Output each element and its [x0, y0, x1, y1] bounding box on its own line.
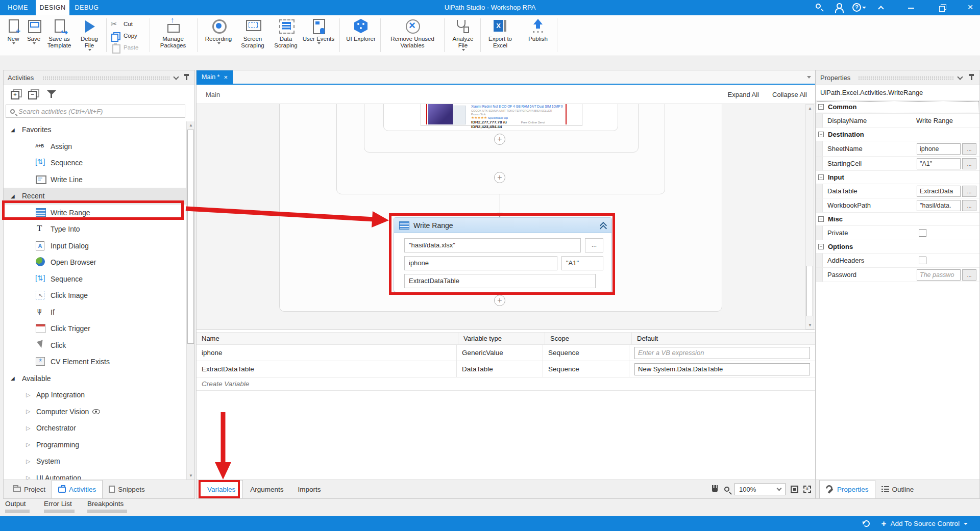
collapse-section-icon[interactable]: − [818, 216, 824, 222]
scrollbar-thumb[interactable] [187, 130, 194, 344]
section-destination[interactable]: − Destination [816, 128, 979, 141]
workflow-canvas[interactable]: Xiaomi Redmi Not 8 CO OF 4 GB RAM 64/7 D… [197, 104, 815, 330]
save-button[interactable]: Save [23, 16, 44, 55]
tree-item-click-trigger[interactable]: Click Trigger [4, 320, 186, 337]
variable-name[interactable]: iphone [197, 345, 457, 361]
document-tab-main[interactable]: Main * × [197, 70, 233, 84]
collapsed-expander-icon[interactable] [26, 425, 32, 432]
collapsed-expander-icon[interactable] [26, 392, 32, 398]
property-row-private[interactable]: Private [816, 226, 979, 240]
property-input[interactable]: "A1" [917, 158, 961, 169]
save-as-template-button[interactable]: Save as Template [44, 16, 75, 55]
canvas-scrollbar[interactable]: ▲ ▼ [805, 104, 814, 330]
variable-type[interactable]: DataTable [457, 361, 543, 377]
add-activity-button[interactable]: + [494, 172, 505, 183]
property-row-startingcell[interactable]: StartingCell "A1" ... [816, 157, 979, 171]
tree-group-recent[interactable]: Recent [4, 188, 186, 205]
tree-item-click[interactable]: Click [4, 337, 186, 354]
scroll-up-icon[interactable]: ▲ [806, 105, 814, 112]
property-input[interactable]: iphone [917, 143, 961, 155]
manage-packages-button[interactable]: Manage Packages [153, 16, 193, 55]
tab-error-list[interactable]: Error List [44, 500, 75, 513]
activities-scrollbar[interactable]: ▲ ▼ [186, 121, 194, 479]
property-row-password[interactable]: Password The passwo ... [816, 268, 979, 282]
variable-name[interactable]: ExtractDataTable [197, 361, 457, 377]
section-options[interactable]: − Options [816, 240, 979, 254]
tree-item-click-image[interactable]: Click Image [4, 287, 186, 304]
workbook-path-field[interactable]: "hasil/data.xlsx" [404, 238, 581, 252]
tree-group-programming[interactable]: Programming [4, 437, 186, 453]
collapse-all-icon[interactable] [28, 89, 38, 99]
column-header-default[interactable]: Default [632, 333, 815, 344]
tree-item-sequence[interactable]: Sequence [4, 155, 186, 171]
browse-button[interactable]: ... [962, 186, 976, 197]
default-value-input[interactable]: Enter a VB expression [634, 347, 810, 359]
new-button[interactable]: New [3, 16, 23, 55]
tree-group-computer-vision[interactable]: Computer Vision [4, 403, 186, 420]
datatable-field[interactable]: ExtractDataTable [404, 274, 596, 288]
chevron-down-icon[interactable] [957, 74, 963, 80]
tree-item-write-line[interactable]: Write Line [4, 171, 186, 188]
scraped-page-thumbnail[interactable]: Xiaomi Redmi Not 8 CO OF 4 GB RAM 64/7 D… [421, 104, 582, 126]
column-header-scope[interactable]: Scope [545, 333, 632, 344]
property-row-workbookpath[interactable]: WorkbookPath "hasil/data. ... [816, 198, 979, 213]
close-button[interactable]: × [962, 0, 979, 15]
expander-icon[interactable] [11, 193, 17, 199]
scrollbar-thumb[interactable] [806, 266, 813, 316]
section-input[interactable]: − Input [816, 171, 979, 184]
column-header-variable-type[interactable]: Variable type [458, 333, 545, 344]
expander-icon[interactable] [11, 127, 17, 133]
expander-icon[interactable] [11, 375, 17, 381]
property-row-datatable[interactable]: DataTable ExtractData ... [816, 184, 979, 198]
tab-properties[interactable]: Properties [819, 480, 875, 498]
browse-button[interactable]: ... [585, 238, 603, 252]
scroll-up-icon[interactable]: ▲ [187, 121, 194, 129]
expand-all-link[interactable]: Expand All [728, 91, 759, 98]
tab-imports[interactable]: Imports [291, 480, 328, 498]
activities-search-input[interactable]: Search activities (Ctrl+Alt+F) [6, 105, 185, 118]
reset-zoom-icon[interactable] [803, 486, 811, 493]
sheet-name-field[interactable]: iphone [404, 256, 557, 270]
variable-type[interactable]: GenericValue [457, 345, 543, 361]
sync-icon[interactable] [863, 520, 870, 527]
scroll-down-icon[interactable]: ▼ [187, 472, 194, 479]
tab-variables[interactable]: Variables [200, 480, 243, 498]
tab-outline[interactable]: Outline [875, 480, 920, 498]
collapse-section-icon[interactable]: − [818, 104, 824, 110]
tab-snippets[interactable]: Snippets [103, 480, 151, 498]
collapse-ribbon-button[interactable] [873, 0, 890, 15]
collapse-section-icon[interactable]: − [818, 174, 824, 180]
tab-debug[interactable]: DEBUG [69, 0, 104, 15]
tree-item-if[interactable]: If [4, 304, 186, 321]
default-value-input[interactable]: New System.Data.DataTable [634, 363, 810, 375]
publish-button[interactable]: Publish [523, 16, 553, 55]
feedback-button[interactable] [830, 0, 847, 15]
tab-output[interactable]: Output [5, 500, 30, 513]
tree-group-orchestrator[interactable]: Orchestrator [4, 420, 186, 437]
addheaders-checkbox[interactable] [919, 257, 926, 264]
tab-activities[interactable]: Activities [52, 480, 103, 498]
paste-button[interactable]: Paste [110, 42, 148, 54]
add-activity-button[interactable]: + [494, 134, 505, 145]
copy-button[interactable]: Copy [110, 30, 148, 42]
browse-button[interactable]: ... [962, 158, 976, 169]
browse-button[interactable]: ... [962, 200, 976, 211]
create-variable-label[interactable]: Create Variable [197, 377, 254, 390]
restore-button[interactable] [934, 0, 951, 15]
variable-row[interactable]: ExtractDataTable DataTable Sequence New … [197, 361, 815, 377]
data-scraping-button[interactable]: Data Scraping [271, 16, 301, 55]
section-misc[interactable]: − Misc [816, 213, 979, 226]
user-events-button[interactable]: User Events [302, 16, 335, 55]
collapse-section-icon[interactable]: − [818, 132, 824, 137]
remove-unused-variables-button[interactable]: Remove Unused Variables [384, 16, 440, 55]
scroll-down-icon[interactable]: ▼ [806, 321, 814, 329]
variable-scope[interactable]: Sequence [543, 345, 629, 361]
minimize-button[interactable] [902, 0, 920, 15]
tree-group-system[interactable]: System [4, 453, 186, 470]
ui-explorer-button[interactable]: UI Explorer [346, 16, 376, 55]
property-value[interactable]: Write Range [916, 117, 979, 124]
tab-breakpoints[interactable]: Breakpoints [87, 500, 127, 513]
export-to-excel-button[interactable]: Export to Excel [484, 16, 517, 55]
collapse-activity-icon[interactable] [600, 222, 606, 229]
tree-item-write-range[interactable]: Write Range [4, 205, 186, 221]
